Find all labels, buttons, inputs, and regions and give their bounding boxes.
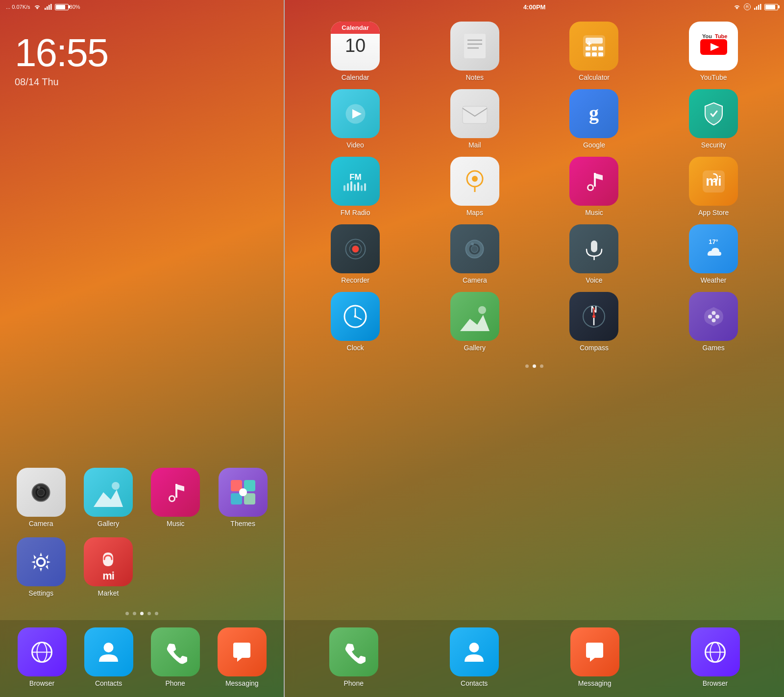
dock-phone-right[interactable]: Phone xyxy=(297,627,410,687)
dock-label-phone-right: Phone xyxy=(344,679,364,687)
app-fmradio[interactable]: FM FM Radio xyxy=(299,157,411,216)
svg-text:mi: mi xyxy=(706,173,722,188)
app-icon-video xyxy=(331,89,380,138)
screen-left: ... 0.07K/s 80% 16:55 08/14 Thu Came xyxy=(0,0,284,697)
svg-rect-41 xyxy=(592,52,597,56)
app-calendar[interactable]: Calendar 10 Calendar xyxy=(299,22,411,81)
svg-point-76 xyxy=(471,245,478,252)
app-weather[interactable]: 17° Weather xyxy=(658,224,769,284)
svg-text:g: g xyxy=(589,102,599,124)
dock-icon-phone-right xyxy=(329,627,378,676)
dock-messaging-right[interactable]: Messaging xyxy=(538,627,651,687)
app-games[interactable]: Games xyxy=(658,292,769,352)
dock-icon-phone-left xyxy=(151,627,200,676)
app-icon-camera-right xyxy=(450,224,499,273)
page-dots-right xyxy=(285,360,784,373)
dot-4 xyxy=(147,612,151,615)
svg-rect-2 xyxy=(49,5,50,10)
app-notes[interactable]: Notes xyxy=(419,22,531,81)
app-youtube[interactable]: You Tube YouTube xyxy=(658,22,769,81)
dock-right: Phone Contacts Messaging Browser xyxy=(285,620,784,697)
svg-rect-39 xyxy=(598,47,603,50)
app-label-camera-right: Camera xyxy=(463,276,487,284)
svg-point-97 xyxy=(469,643,479,652)
svg-rect-31 xyxy=(464,34,486,58)
dot-r2 xyxy=(533,364,536,368)
app-appstore[interactable]: mi App Store xyxy=(658,157,769,216)
status-right-info: 4:00PM R xyxy=(291,3,778,10)
reg-icon-right: R xyxy=(744,3,751,10)
app-icon-market: mi xyxy=(84,537,133,586)
dock-contacts-right[interactable]: Contacts xyxy=(417,627,531,687)
app-security[interactable]: Security xyxy=(658,89,769,149)
app-label-music-left: Music xyxy=(167,520,185,528)
app-music-left[interactable]: Music xyxy=(147,468,204,528)
app-camera-left[interactable]: Camera xyxy=(12,468,70,528)
app-recorder[interactable]: Recorder xyxy=(299,224,411,284)
app-google[interactable]: g Google xyxy=(539,89,650,149)
app-icon-games xyxy=(689,292,738,341)
status-bar-right: 4:00PM R xyxy=(285,0,784,14)
app-gallery-left[interactable]: Gallery xyxy=(79,468,137,528)
dot-5 xyxy=(155,612,158,615)
app-video[interactable]: Video xyxy=(299,89,411,149)
svg-point-93 xyxy=(708,314,712,318)
wifi-icon-left xyxy=(33,4,41,10)
app-maps[interactable]: Maps xyxy=(419,157,531,216)
app-market[interactable]: mi Market xyxy=(79,537,137,597)
svg-point-19 xyxy=(239,488,247,496)
app-icon-calculator xyxy=(569,22,618,71)
dock-contacts-left[interactable]: Contacts xyxy=(79,627,138,687)
dock-icon-messaging-right xyxy=(570,627,619,676)
dock-browser-left[interactable]: Browser xyxy=(12,627,72,687)
dock-phone-left[interactable]: Phone xyxy=(146,627,205,687)
app-voice[interactable]: Voice xyxy=(539,224,650,284)
app-label-weather: Weather xyxy=(701,276,727,284)
svg-rect-78 xyxy=(591,240,597,252)
app-icon-settings xyxy=(17,537,66,586)
app-icon-themes xyxy=(219,468,268,517)
app-label-security: Security xyxy=(701,141,726,149)
dock-label-phone-left: Phone xyxy=(165,679,185,687)
svg-rect-59 xyxy=(354,184,356,191)
app-mail[interactable]: Mail xyxy=(419,89,531,149)
app-themes[interactable]: Themes xyxy=(214,468,271,528)
app-label-maps: Maps xyxy=(466,209,483,216)
svg-text:17°: 17° xyxy=(709,238,718,245)
app-clock[interactable]: Clock xyxy=(299,292,411,352)
app-compass[interactable]: N Compass xyxy=(539,292,650,352)
app-music-right[interactable]: Music xyxy=(539,157,650,216)
dock-label-browser-right: Browser xyxy=(703,679,728,687)
app-icon-mail xyxy=(450,89,499,138)
dock-messaging-left[interactable]: Messaging xyxy=(212,627,271,687)
svg-rect-60 xyxy=(357,182,359,191)
app-label-camera-left: Camera xyxy=(29,520,53,528)
battery-pct-left: 80% xyxy=(70,4,80,10)
right-app-grid: Calendar 10 Calendar Notes Calculator xyxy=(285,14,784,360)
app-label-notes: Notes xyxy=(466,73,484,81)
svg-text:You: You xyxy=(702,33,712,39)
svg-marker-87 xyxy=(460,315,490,331)
svg-rect-0 xyxy=(45,8,46,10)
app-icon-clock xyxy=(331,292,380,341)
svg-rect-38 xyxy=(592,47,597,50)
svg-point-84 xyxy=(354,315,357,318)
clock-widget: 16:55 08/14 Thu xyxy=(0,14,284,97)
dot-3 xyxy=(140,612,144,615)
app-gallery-right[interactable]: Gallery xyxy=(419,292,531,352)
app-settings[interactable]: Settings xyxy=(12,537,70,597)
app-calculator[interactable]: Calculator xyxy=(539,22,650,81)
app-icon-youtube: You Tube xyxy=(689,22,738,71)
dock-icon-contacts-right xyxy=(450,627,499,676)
clock-time: 16:55 xyxy=(15,33,269,72)
svg-point-95 xyxy=(711,311,715,315)
svg-point-77 xyxy=(471,242,474,245)
bars-icon-right xyxy=(754,4,761,10)
dock-browser-right[interactable]: Browser xyxy=(659,627,772,687)
svg-point-90 xyxy=(592,315,595,318)
app-camera-right[interactable]: Camera xyxy=(419,224,531,284)
app-label-music-right: Music xyxy=(585,209,603,216)
app-label-clock: Clock xyxy=(347,344,364,352)
dock-label-contacts-right: Contacts xyxy=(461,679,488,687)
app-label-market: Market xyxy=(98,589,119,597)
